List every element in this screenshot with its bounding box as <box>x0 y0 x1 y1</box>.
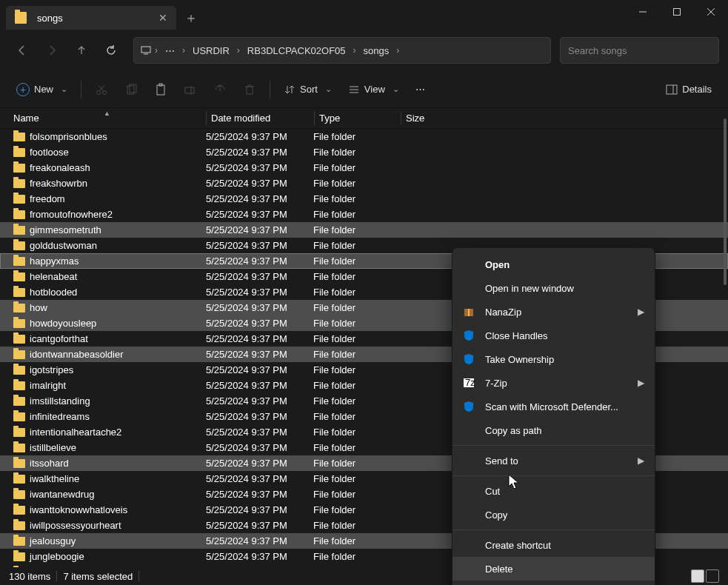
ctx-copy[interactable]: Copy <box>453 503 655 526</box>
folder-icon <box>13 304 25 312</box>
details-label: Details <box>682 84 712 95</box>
table-row[interactable]: freakshowrbn5/25/2024 9:37 PMFile folder <box>0 176 728 191</box>
paste-button[interactable] <box>147 78 175 101</box>
svg-rect-14 <box>185 87 194 93</box>
table-row[interactable]: folsomprisonblues5/25/2024 9:37 PMFile f… <box>0 129 728 144</box>
folder-icon <box>13 350 25 359</box>
file-name: freedom <box>30 193 65 204</box>
file-type: File folder <box>313 349 399 360</box>
file-name: iwanttoknowwhatloveis <box>30 504 127 515</box>
thumb-view-icon[interactable] <box>706 569 719 583</box>
chevron-right-icon[interactable]: › <box>395 45 401 56</box>
delete-button[interactable] <box>236 78 264 101</box>
minimize-button[interactable] <box>626 0 660 24</box>
ctx-create-shortcut[interactable]: Create shortcut <box>453 533 655 557</box>
breadcrumb-segment[interactable]: RB3DLCPACK02OF05 <box>243 42 350 59</box>
more-button[interactable]: ⋯ <box>408 79 433 99</box>
file-date: 5/25/2024 9:37 PM <box>206 535 313 546</box>
breadcrumb-segment[interactable]: USRDIR <box>188 42 234 59</box>
share-button[interactable] <box>206 78 234 101</box>
ctx-copy-as-path[interactable]: Copy as path <box>453 418 655 442</box>
table-row[interactable]: freedom5/25/2024 9:37 PMFile folder <box>0 191 728 207</box>
ctx-7zip[interactable]: 7z7-Zip▶ <box>453 371 655 395</box>
table-row[interactable]: freakonaleash5/25/2024 9:37 PMFile folde… <box>0 160 728 176</box>
new-button[interactable]: +New⌄ <box>9 78 75 101</box>
file-type: File folder <box>313 333 399 344</box>
chevron-right-icon[interactable]: › <box>236 45 241 56</box>
file-type: File folder <box>313 287 399 298</box>
file-type: File folder <box>313 193 399 204</box>
ctx-send-to[interactable]: Send to▶ <box>453 449 655 472</box>
column-header-date[interactable]: Date modified <box>207 113 314 124</box>
file-name: idontwannabeasoldier <box>30 349 123 360</box>
back-button[interactable] <box>9 37 36 64</box>
folder-icon <box>13 444 25 452</box>
file-type: File folder <box>313 147 399 158</box>
file-name: freakonaleash <box>30 162 90 173</box>
pc-icon <box>140 44 152 56</box>
ctx-delete[interactable]: Delete <box>453 557 655 581</box>
ctx-open-new-window[interactable]: Open in new window <box>453 276 655 300</box>
file-name: freakshowrbn <box>30 178 87 189</box>
chevron-right-icon[interactable]: › <box>181 45 187 56</box>
copy-button[interactable] <box>117 78 145 101</box>
breadcrumb-ellipsis[interactable]: ⋯ <box>161 42 179 59</box>
column-header-type[interactable]: Type <box>315 113 401 124</box>
file-name: iwalktheline <box>30 473 79 484</box>
file-type: File folder <box>313 318 399 329</box>
new-tab-button[interactable]: ＋ <box>179 6 203 30</box>
breadcrumb-segment[interactable]: songs <box>359 42 394 59</box>
toolbar: +New⌄ Sort⌄ View⌄ ⋯ Details <box>0 71 728 108</box>
table-row[interactable]: footloose5/25/2024 9:37 PMFile folder <box>0 144 728 160</box>
column-header-name[interactable]: Name▲ <box>13 113 206 124</box>
folder-icon <box>13 164 25 173</box>
chevron-right-icon[interactable]: › <box>153 45 159 56</box>
file-date: 5/25/2024 9:37 PM <box>206 287 313 298</box>
folder-icon <box>13 226 25 235</box>
ctx-nanazip[interactable]: NanaZip▶ <box>453 300 655 324</box>
sort-button[interactable]: Sort⌄ <box>276 79 339 100</box>
ctx-take-ownership[interactable]: Take Ownership <box>453 347 655 371</box>
file-type: File folder <box>313 162 399 173</box>
separator <box>453 475 655 476</box>
table-row[interactable]: fromoutofnowhere25/25/2024 9:37 PMFile f… <box>0 207 728 222</box>
file-date: 5/25/2024 9:37 PM <box>206 520 313 531</box>
folder-icon <box>15 12 27 24</box>
view-mode-icons <box>691 569 719 583</box>
file-name: intentionalheartache2 <box>30 427 121 438</box>
close-button[interactable] <box>694 0 728 24</box>
refresh-button[interactable] <box>98 37 124 64</box>
view-button[interactable]: View⌄ <box>341 79 407 100</box>
file-type: File folder <box>313 209 399 220</box>
file-type: File folder <box>313 427 399 438</box>
ctx-open[interactable]: Open <box>453 253 655 276</box>
ctx-cut[interactable]: Cut <box>453 479 655 503</box>
scrollbar-thumb[interactable] <box>724 118 727 285</box>
folder-icon <box>13 241 25 250</box>
file-date: 5/25/2024 9:37 PM <box>206 458 313 469</box>
chevron-right-icon[interactable]: › <box>352 45 358 56</box>
rename-button[interactable] <box>176 78 204 101</box>
search-input[interactable]: Search songs <box>560 37 719 64</box>
folder-icon <box>13 552 25 561</box>
view-icon <box>348 84 360 96</box>
divider <box>138 571 139 581</box>
table-row[interactable]: gimmesometruth5/25/2024 9:37 PMFile fold… <box>0 222 728 238</box>
tab-close-icon[interactable]: ✕ <box>158 12 167 24</box>
details-button[interactable]: Details <box>658 79 719 100</box>
chevron-down-icon: ⌄ <box>393 84 399 94</box>
file-type: File folder <box>313 178 399 189</box>
file-date: 5/25/2024 9:37 PM <box>206 147 313 158</box>
column-header-size[interactable]: Size <box>401 113 461 124</box>
cut-button[interactable] <box>87 78 116 101</box>
maximize-button[interactable] <box>660 0 694 24</box>
address-bar[interactable]: › ⋯ › USRDIR › RB3DLCPACK02OF05 › songs … <box>133 37 551 64</box>
up-button[interactable] <box>68 37 95 64</box>
file-date: 5/25/2024 9:37 PM <box>206 209 313 220</box>
ctx-defender[interactable]: Scan with Microsoft Defender... <box>453 395 655 418</box>
ctx-close-handles[interactable]: Close Handles <box>453 324 655 347</box>
ctx-rename[interactable]: Rename <box>453 581 655 585</box>
details-view-icon[interactable] <box>691 569 704 583</box>
forward-button[interactable] <box>39 37 65 64</box>
tab-active[interactable]: songs ✕ <box>6 6 176 30</box>
